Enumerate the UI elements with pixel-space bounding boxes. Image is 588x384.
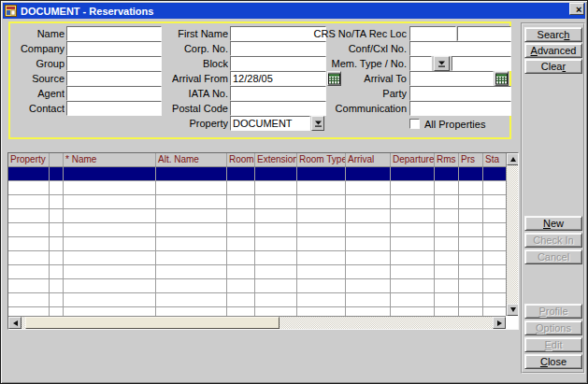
table-cell [483,209,506,222]
table-cell [8,279,50,292]
all-properties-label: All Properties [424,118,509,131]
reservations-window: DOCUMENT - Reservations × Name Company G… [0,0,588,384]
table-cell [50,237,64,250]
first-name-label: First Name [153,27,228,40]
group-input[interactable] [66,56,162,71]
table-cell [483,181,506,194]
new-button[interactable]: New [524,216,582,231]
table-cell [391,195,435,208]
arrival-to-input[interactable] [409,71,494,86]
clear-button[interactable]: Clear [524,59,582,74]
table-cell [255,195,297,208]
agent-input[interactable] [66,86,162,101]
horizontal-scroll-thumb[interactable] [25,317,280,329]
table-cell [391,265,435,278]
arrival-to-calendar-button[interactable] [495,71,509,86]
contact-label: Contact [12,102,65,115]
table-cell [227,251,255,264]
scroll-right-icon[interactable] [493,317,506,329]
scroll-down-icon[interactable] [507,304,519,316]
table-cell [50,167,64,180]
table-row[interactable] [8,237,506,251]
all-properties-checkbox[interactable] [409,119,420,129]
table-row[interactable] [8,307,506,316]
table-cell [156,237,227,250]
table-cell [8,195,50,208]
table-cell [459,279,483,292]
horizontal-scrollbar[interactable] [8,316,506,329]
source-input[interactable] [66,71,162,86]
table-row[interactable] [8,265,506,279]
vertical-scrollbar[interactable] [506,153,518,316]
table-cell [435,181,459,194]
table-row[interactable] [8,279,506,293]
table-header: Property * Name Alt. Name Room Extension… [8,153,518,167]
ta-rec-loc-input[interactable] [457,26,511,41]
close-icon[interactable]: × [569,3,584,15]
table-cell [227,265,255,278]
company-input[interactable] [66,41,162,56]
table-cell [50,223,64,236]
name-input[interactable] [66,26,162,41]
party-label: Party [309,87,407,100]
table-cell [391,223,435,236]
table-cell [391,167,435,180]
table-cell [297,279,346,292]
table-cell [297,181,346,194]
mem-type-input[interactable] [409,56,432,71]
close-button[interactable]: Close [524,354,582,369]
communication-input[interactable] [409,101,511,116]
table-cell [50,251,64,264]
property-lov-button[interactable] [311,116,324,131]
edit-button: Edit [524,337,582,352]
table-cell [156,307,227,316]
table-row[interactable] [8,293,506,307]
block-label: Block [153,57,228,70]
property-label: Property [153,117,228,130]
crs-no-input[interactable] [409,26,456,41]
table-cell [391,293,435,306]
table-row[interactable] [8,209,506,223]
advanced-button[interactable]: Advanced [524,43,582,58]
property-input[interactable] [230,116,310,131]
group-label: Group [12,57,65,70]
scroll-up-icon[interactable] [507,153,519,165]
crs-label: CRS No/TA Rec Loc [309,27,407,40]
check-in-button: Check In [524,233,582,248]
table-cell [459,209,483,222]
table-cell [50,181,64,194]
table-cell [297,167,346,180]
dropdown-list-icon [314,120,323,128]
table-cell [435,223,459,236]
table-cell [459,167,483,180]
table-row[interactable] [8,181,506,195]
column-header-alt-name: Alt. Name [156,153,227,166]
table-row[interactable] [8,167,506,181]
table-cell [50,293,64,306]
table-cell [255,279,297,292]
table-cell [459,237,483,250]
table-cell [391,251,435,264]
table-cell [64,251,156,264]
table-cell [255,237,297,250]
table-body [8,167,506,316]
scroll-left-icon[interactable] [8,317,22,329]
mem-type-lov-button[interactable] [434,56,450,71]
table-cell [346,237,391,250]
mem-no-input[interactable] [452,56,511,71]
table-row[interactable] [8,195,506,209]
party-input[interactable] [409,86,511,101]
search-button[interactable]: Search [524,27,582,42]
table-cell [459,293,483,306]
column-header-name: * Name [64,153,156,166]
table-cell [297,223,346,236]
table-cell [227,279,255,292]
table-row[interactable] [8,251,506,265]
table-cell [255,167,297,180]
table-cell [255,251,297,264]
conf-cxl-input[interactable] [409,41,511,56]
table-cell [435,209,459,222]
contact-input[interactable] [66,101,162,116]
table-row[interactable] [8,223,506,237]
title-bar[interactable]: DOCUMENT - Reservations [3,3,585,19]
